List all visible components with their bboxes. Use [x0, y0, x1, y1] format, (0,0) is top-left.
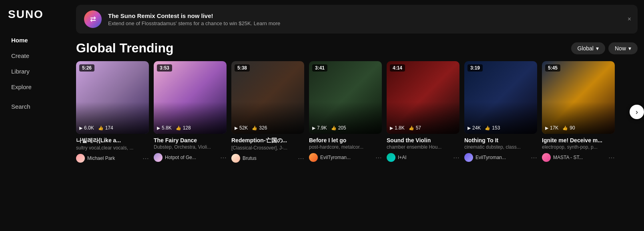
card-subtitle: electropop, synth-pop, p...	[542, 144, 615, 150]
play-icon: ▶	[390, 125, 393, 131]
card-more-button[interactable]: ⋯	[375, 154, 382, 161]
avatar	[154, 153, 163, 162]
card-author[interactable]: Brutus	[231, 154, 257, 163]
banner: ⇄ The Suno Remix Contest is now live! Ex…	[76, 5, 638, 34]
card-likes: 👍 90	[562, 125, 575, 131]
chevron-down-icon: ▾	[596, 45, 599, 52]
card-title: Redemption-亡国の...	[231, 137, 304, 144]
trending-title: Global Trending	[76, 41, 174, 56]
avatar	[231, 154, 240, 163]
card-plays: ▶ 52K	[235, 125, 248, 131]
card-title: 나빌레라(Like a...	[76, 137, 149, 144]
avatar	[464, 153, 473, 162]
play-icon: ▶	[235, 125, 238, 131]
card-author-row: MASTA - ST... ⋯	[542, 153, 615, 162]
sidebar-item-search[interactable]: Search	[3, 99, 73, 114]
card-author-name: Hotpot of Ge...	[165, 155, 196, 160]
card-author-row: Hotpot of Ge... ⋯	[154, 153, 227, 162]
card-duration: 5:45	[545, 64, 560, 72]
avatar	[542, 153, 551, 162]
card-title: Nothing To It	[464, 137, 537, 143]
card-title: Ignite me! Deceive m...	[542, 137, 615, 143]
card-duration: 3:19	[467, 64, 483, 72]
card-likes: 👍 205	[331, 125, 346, 131]
card-likes: 👍 174	[98, 125, 113, 131]
card-image[interactable]: 5:45 ▶ 17K 👍 90	[542, 61, 615, 134]
card-author[interactable]: Michael Park	[76, 154, 115, 163]
sidebar-item-library[interactable]: Library	[3, 64, 73, 79]
card-author[interactable]: EvilTyroman...	[464, 153, 506, 162]
card-duration: 5:26	[79, 64, 94, 72]
card-more-button[interactable]: ⋯	[142, 155, 149, 162]
filter-now-button[interactable]: Now ▾	[608, 42, 638, 54]
card-duration: 5:38	[235, 64, 250, 72]
card-item[interactable]: 3:19 ▶ 24K 👍 153 Nothing To It cinematic…	[464, 61, 537, 163]
next-arrow-button[interactable]: ›	[630, 105, 644, 119]
card-more-button[interactable]: ⋯	[531, 154, 537, 161]
card-item[interactable]: 5:38 ▶ 52K 👍 326 Redemption-亡国の... [Clas…	[231, 61, 304, 163]
play-icon: ▶	[312, 125, 315, 131]
card-item[interactable]: 5:26 ▶ 6.0K 👍 174 나빌레라(Like a... sultry …	[76, 61, 149, 163]
banner-title: The Suno Remix Contest is now live!	[108, 12, 280, 19]
sidebar: SUNO Home Create Library Explore Search	[0, 0, 76, 231]
card-author-name: I+AI	[398, 155, 407, 160]
avatar	[309, 153, 318, 162]
like-icon: 👍	[176, 125, 181, 131]
card-author[interactable]: Hotpot of Ge...	[154, 153, 196, 162]
banner-text: The Suno Remix Contest is now live! Exte…	[108, 12, 280, 26]
card-author[interactable]: EvilTyroman...	[309, 153, 351, 162]
card-author-name: Brutus	[243, 155, 257, 161]
card-more-button[interactable]: ⋯	[298, 155, 304, 162]
banner-close-button[interactable]: ×	[628, 16, 631, 23]
card-image[interactable]: 5:38 ▶ 52K 👍 326	[231, 61, 304, 134]
card-author-row: I+AI ⋯	[387, 153, 459, 162]
logo: SUNO	[0, 8, 76, 33]
card-stats: ▶ 7.9K 👍 205	[312, 125, 346, 131]
cards-container: 5:26 ▶ 6.0K 👍 174 나빌레라(Like a... sultry …	[76, 61, 634, 163]
sidebar-item-create[interactable]: Create	[3, 48, 73, 63]
filter-global-button[interactable]: Global ▾	[571, 42, 605, 54]
card-image[interactable]: 3:19 ▶ 24K 👍 153	[464, 61, 537, 134]
sidebar-item-explore[interactable]: Explore	[3, 80, 73, 94]
card-item[interactable]: 3:41 ▶ 7.9K 👍 205 Before I let go post-h…	[309, 61, 382, 163]
sidebar-nav: Home Create Library Explore Search	[0, 33, 76, 114]
card-image[interactable]: 3:53 ▶ 5.8K 👍 128	[154, 61, 227, 134]
card-item[interactable]: 3:53 ▶ 5.8K 👍 128 The Fairy Dance Dubste…	[154, 61, 227, 163]
card-subtitle: cinematic dubstep, class...	[464, 144, 537, 150]
like-icon: 👍	[485, 125, 490, 131]
card-plays: ▶ 7.9K	[312, 125, 327, 131]
card-author-row: EvilTyroman... ⋯	[309, 153, 382, 162]
card-more-button[interactable]: ⋯	[608, 154, 615, 161]
card-author-name: Michael Park	[87, 155, 115, 161]
card-title: Before I let go	[309, 137, 382, 143]
card-item[interactable]: 4:14 ▶ 1.8K 👍 57 Sound the Violin chambe…	[387, 61, 459, 163]
card-subtitle: post-hardcore, metalcor...	[309, 144, 382, 150]
play-icon: ▶	[157, 125, 160, 131]
card-author-row: EvilTyroman... ⋯	[464, 153, 537, 162]
like-icon: 👍	[331, 125, 337, 131]
card-image[interactable]: 5:26 ▶ 6.0K 👍 174	[76, 61, 149, 134]
card-item[interactable]: 5:45 ▶ 17K 👍 90 Ignite me! Deceive m... …	[542, 61, 615, 163]
card-stats: ▶ 6.0K 👍 174	[79, 125, 113, 131]
card-image[interactable]: 3:41 ▶ 7.9K 👍 205	[309, 61, 382, 134]
card-likes: 👍 326	[252, 125, 267, 131]
card-duration: 3:53	[157, 64, 172, 72]
card-image[interactable]: 4:14 ▶ 1.8K 👍 57	[387, 61, 459, 134]
card-author[interactable]: I+AI	[387, 153, 407, 162]
card-author[interactable]: MASTA - ST...	[542, 153, 583, 162]
card-plays: ▶ 6.0K	[79, 125, 94, 131]
card-more-button[interactable]: ⋯	[220, 154, 227, 161]
cards-wrapper: 5:26 ▶ 6.0K 👍 174 나빌레라(Like a... sultry …	[76, 61, 644, 163]
play-icon: ▶	[79, 125, 82, 131]
card-author-name: MASTA - ST...	[553, 155, 583, 160]
play-icon: ▶	[467, 125, 471, 131]
card-stats: ▶ 17K 👍 90	[545, 125, 575, 131]
card-author-row: Michael Park ⋯	[76, 154, 149, 163]
card-likes: 👍 128	[176, 125, 191, 131]
card-more-button[interactable]: ⋯	[453, 154, 459, 161]
card-plays: ▶ 24K	[467, 125, 481, 131]
card-likes: 👍 57	[409, 125, 421, 131]
avatar	[387, 153, 395, 162]
remix-icon: ⇄	[84, 10, 102, 28]
sidebar-item-home[interactable]: Home	[3, 33, 73, 48]
